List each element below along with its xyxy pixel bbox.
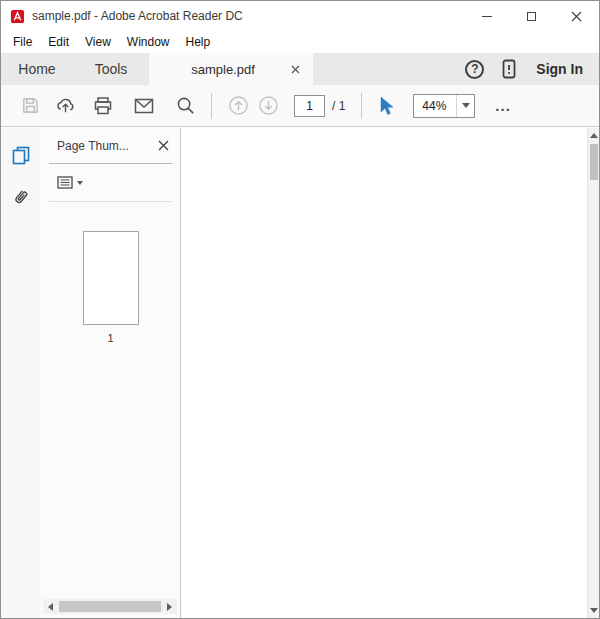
tab-close-icon[interactable] [287,61,303,77]
page-total-label: / 1 [332,99,345,113]
scroll-left-icon[interactable] [43,599,58,614]
zoom-dropdown-icon[interactable] [456,95,474,117]
panel-options-icon[interactable] [49,176,83,189]
menu-help[interactable]: Help [178,32,219,52]
previous-page-icon[interactable] [227,95,249,117]
menu-window[interactable]: Window [119,32,178,52]
page-thumbnails-icon[interactable] [1,136,41,174]
sign-in-button[interactable]: Sign In [536,61,599,77]
pdf-file-icon [10,9,25,24]
panel-header: Page Thum... [49,128,172,164]
toolbar: / 1 44% ... [1,85,599,127]
maximize-icon[interactable] [509,1,554,31]
mobile-notification-icon[interactable] [502,59,516,79]
acrobat-window: sample.pdf - Adobe Acrobat Reader DC Fil… [0,0,600,619]
search-icon[interactable] [174,95,196,117]
title-bar: sample.pdf - Adobe Acrobat Reader DC [1,1,599,31]
panel-horizontal-scrollbar[interactable] [43,599,177,614]
scroll-up-icon[interactable] [588,128,600,143]
print-icon[interactable] [92,95,114,117]
tab-tools[interactable]: Tools [73,53,149,85]
toolbar-separator [211,93,212,119]
page-thumbnails-panel: Page Thum... 1 [41,128,181,618]
more-tools-button[interactable]: ... [495,97,511,114]
tabbar-right-group: ? Sign In [465,53,599,85]
menu-bar: File Edit View Window Help [1,31,599,53]
help-icon[interactable]: ? [465,60,484,79]
next-page-icon[interactable] [257,95,279,117]
window-controls [464,1,599,31]
menu-view[interactable]: View [77,32,119,52]
page-number-input[interactable] [294,95,325,117]
select-tool-icon[interactable] [375,95,397,117]
page-1-thumbnail-label: 1 [107,332,113,344]
zoom-control[interactable]: 44% [413,94,475,118]
minimize-icon[interactable] [464,1,509,31]
zoom-value: 44% [414,99,456,113]
close-icon[interactable] [554,1,599,31]
horizontal-scroll-thumb[interactable] [59,601,161,612]
content-area: Page Thum... 1 [1,128,599,618]
panel-toolbar [49,164,172,202]
tab-bar: Home Tools sample.pdf ? Sign In [1,53,599,85]
panel-close-icon[interactable] [154,137,172,155]
thumbnail-list: 1 [41,231,180,344]
tab-document[interactable]: sample.pdf [149,53,313,85]
navigation-rail [1,128,41,618]
panel-title: Page Thum... [49,139,154,153]
menu-file[interactable]: File [5,32,40,52]
tab-home[interactable]: Home [1,53,73,85]
save-icon[interactable] [19,95,41,117]
vertical-scrollbar[interactable] [587,128,599,618]
toolbar-separator [361,93,362,119]
vertical-scroll-thumb[interactable] [590,144,598,180]
document-tab-label: sample.pdf [159,62,287,77]
menu-edit[interactable]: Edit [40,32,77,52]
share-cloud-icon[interactable] [54,95,76,117]
document-view[interactable] [182,128,587,618]
email-icon[interactable] [133,95,155,117]
page-1-thumbnail[interactable] [83,231,139,325]
window-title: sample.pdf - Adobe Acrobat Reader DC [32,9,243,23]
scroll-down-icon[interactable] [588,603,600,618]
attachments-icon[interactable] [1,178,41,216]
scroll-right-icon[interactable] [162,599,177,614]
